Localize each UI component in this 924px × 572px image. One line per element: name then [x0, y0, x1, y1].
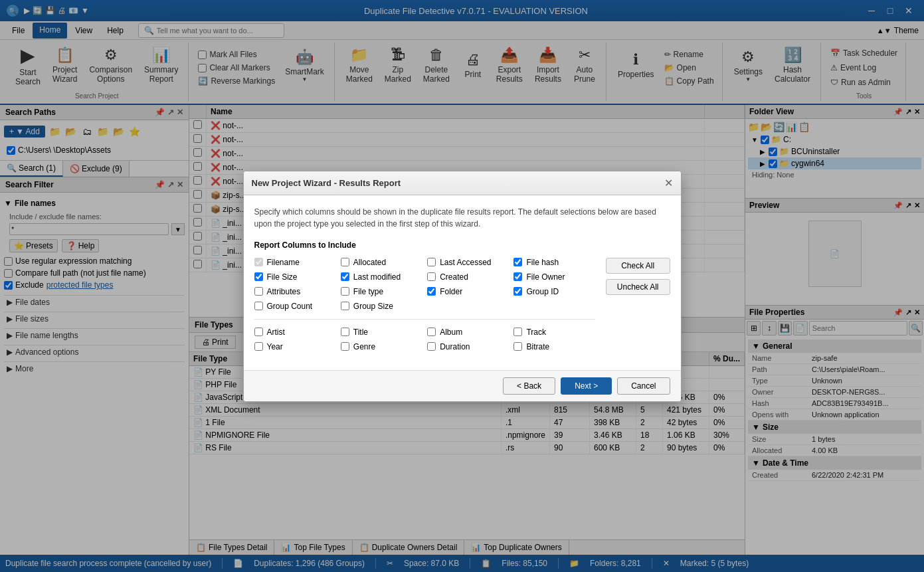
- dialog-col-checkbox-group-size[interactable]: [341, 302, 349, 310]
- dialog-media-label-year: Year: [267, 342, 283, 351]
- dialog-col-label-allocated: Allocated: [353, 258, 386, 267]
- dialog-col-label-file-size: File Size: [267, 272, 298, 282]
- results-report-dialog: New Project Wizard - Results Report ✕ Sp…: [243, 171, 682, 402]
- dialog-media-checkbox-genre[interactable]: [341, 342, 349, 351]
- dialog-description: Specify which columns should be shown in…: [254, 206, 670, 230]
- dialog-media-bitrate: Bitrate: [513, 342, 595, 351]
- dialog-col-checkbox-attributes[interactable]: [254, 287, 263, 296]
- dialog-col-checkbox-file-owner[interactable]: [513, 272, 522, 281]
- dialog-main-checkboxes: Filename Allocated Last Accessed File ha…: [254, 258, 595, 311]
- dialog-media-title: Title: [341, 328, 422, 337]
- dialog-media-checkbox-year[interactable]: [254, 342, 263, 351]
- dialog-divider: [254, 319, 595, 320]
- next-button[interactable]: Next >: [561, 377, 612, 395]
- dialog-col-label-file-hash: File hash: [526, 258, 559, 267]
- dialog-col-label-file-owner: File Owner: [526, 272, 565, 282]
- dialog-body: Specify which columns should be shown in…: [244, 195, 681, 370]
- dialog-columns-area: Filename Allocated Last Accessed File ha…: [254, 258, 670, 359]
- dialog-close-button[interactable]: ✕: [664, 177, 673, 189]
- dialog-col-checkbox-filename[interactable]: [254, 258, 263, 266]
- dialog-col-label-group-id: Group ID: [526, 287, 559, 296]
- dialog-section-title: Report Columns to Include: [254, 240, 670, 250]
- dialog-col-file-owner: File Owner: [513, 272, 595, 282]
- dialog-col-label-filename: Filename: [267, 258, 300, 267]
- dialog-col-label-created: Created: [440, 272, 468, 282]
- dialog-col-label-group-size: Group Size: [353, 302, 393, 311]
- dialog-media-label-album: Album: [440, 328, 462, 337]
- dialog-media-checkbox-title[interactable]: [341, 328, 349, 336]
- dialog-col-filename: Filename: [254, 258, 335, 267]
- dialog-col-checkbox-group-id[interactable]: [513, 287, 522, 296]
- dialog-media-label-genre: Genre: [353, 342, 375, 351]
- dialog-media-label-title: Title: [353, 328, 368, 337]
- dialog-title: New Project Wizard - Results Report: [252, 178, 401, 188]
- dialog-col-checkbox-group-count[interactable]: [254, 302, 263, 310]
- back-button[interactable]: < Back: [503, 377, 555, 395]
- dialog-col-created: Created: [427, 272, 508, 282]
- dialog-media-track: Track: [513, 328, 595, 337]
- dialog-media-genre: Genre: [341, 342, 422, 351]
- dialog-col-label-last-modified: Last modified: [353, 272, 401, 282]
- dialog-col-attributes: Attributes: [254, 287, 335, 296]
- dialog-col-group-size: Group Size: [341, 302, 422, 311]
- dialog-col-file-size: File Size: [254, 272, 335, 282]
- dialog-col-checkbox-folder[interactable]: [427, 287, 436, 296]
- dialog-col-folder: Folder: [427, 287, 508, 296]
- dialog-check-actions: Check All Uncheck All: [606, 258, 670, 359]
- dialog-media-label-duration: Duration: [440, 342, 470, 351]
- dialog-footer: < Back Next > Cancel: [244, 370, 681, 401]
- dialog-col-checkbox-file-hash[interactable]: [513, 258, 522, 266]
- dialog-col-file-hash: File hash: [513, 258, 595, 267]
- dialog-media-checkbox-bitrate[interactable]: [513, 342, 522, 351]
- dialog-col-label-group-count: Group Count: [267, 302, 313, 311]
- dialog-col-label-attributes: Attributes: [267, 287, 301, 296]
- dialog-col-checkbox-file-size[interactable]: [254, 272, 263, 281]
- dialog-media-checkbox-track[interactable]: [513, 328, 522, 336]
- dialog-media-checkbox-artist[interactable]: [254, 328, 263, 336]
- dialog-col-checkbox-created[interactable]: [427, 272, 436, 281]
- dialog-header: New Project Wizard - Results Report ✕: [244, 171, 681, 195]
- dialog-col-group-id: Group ID: [513, 287, 595, 296]
- dialog-col-last-modified: Last modified: [341, 272, 422, 282]
- dialog-col-checkbox-last-accessed[interactable]: [427, 258, 436, 266]
- dialog-col-file-type: File type: [341, 287, 422, 296]
- dialog-col-label-folder: Folder: [440, 287, 462, 296]
- dialog-media-duration: Duration: [427, 342, 508, 351]
- dialog-media-label-artist: Artist: [267, 328, 285, 337]
- dialog-media-label-bitrate: Bitrate: [526, 342, 549, 351]
- dialog-media-checkbox-duration[interactable]: [427, 342, 436, 351]
- dialog-media-year: Year: [254, 342, 335, 351]
- dialog-media-artist: Artist: [254, 328, 335, 337]
- dialog-overlay: New Project Wizard - Results Report ✕ Sp…: [0, 0, 924, 572]
- dialog-media-checkbox-album[interactable]: [427, 328, 436, 336]
- dialog-col-label-file-type: File type: [353, 287, 383, 296]
- dialog-checkboxes: Filename Allocated Last Accessed File ha…: [254, 258, 595, 359]
- dialog-col-checkbox-allocated[interactable]: [341, 258, 349, 266]
- dialog-col-group-count: Group Count: [254, 302, 335, 311]
- dialog-media-checkboxes: Artist Title Album Track Year Genre Dura…: [254, 328, 595, 351]
- dialog-col-checkbox-last-modified[interactable]: [341, 272, 349, 281]
- dialog-col-checkbox-file-type[interactable]: [341, 287, 349, 296]
- dialog-media-label-track: Track: [526, 328, 546, 337]
- dialog-col-allocated: Allocated: [341, 258, 422, 267]
- check-all-button[interactable]: Check All: [606, 258, 670, 274]
- cancel-button[interactable]: Cancel: [617, 377, 670, 395]
- dialog-media-album: Album: [427, 328, 508, 337]
- uncheck-all-button[interactable]: Uncheck All: [606, 279, 670, 295]
- dialog-col-label-last-accessed: Last Accessed: [440, 258, 491, 267]
- dialog-col-last-accessed: Last Accessed: [427, 258, 508, 267]
